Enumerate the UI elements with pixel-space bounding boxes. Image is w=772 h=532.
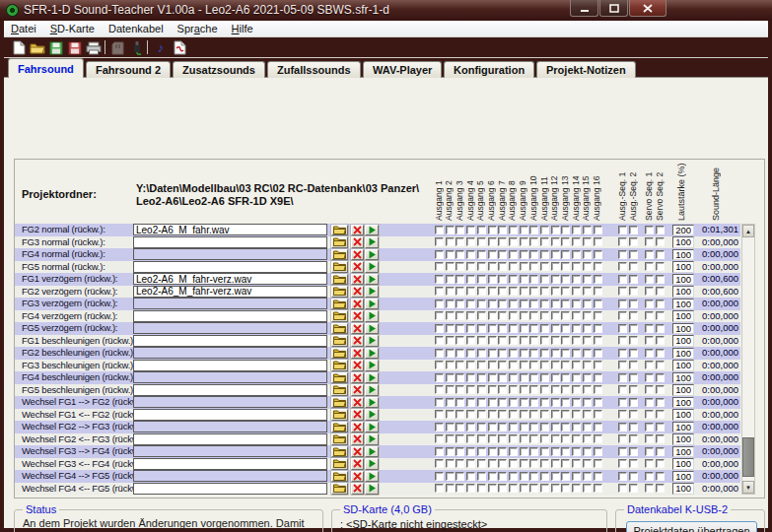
output-checkbox[interactable] <box>466 324 475 333</box>
browse-button[interactable] <box>331 225 348 236</box>
output-checkbox[interactable] <box>540 262 549 271</box>
play-button[interactable] <box>365 323 379 335</box>
volume-field[interactable] <box>672 310 694 322</box>
output-checkbox[interactable] <box>456 250 464 259</box>
output-checkbox[interactable] <box>551 299 560 308</box>
output-checkbox[interactable] <box>435 287 444 296</box>
output-checkbox[interactable] <box>446 336 455 345</box>
output-checkbox[interactable] <box>561 237 570 246</box>
output-checkbox[interactable] <box>488 226 497 234</box>
servo-seq-checkbox[interactable] <box>656 484 665 493</box>
output-checkbox[interactable] <box>466 459 475 468</box>
output-checkbox[interactable] <box>529 434 538 443</box>
servo-seq-checkbox[interactable] <box>656 287 665 296</box>
output-checkbox[interactable] <box>466 484 475 493</box>
output-checkbox[interactable] <box>583 226 592 234</box>
output-checkbox[interactable] <box>509 410 518 419</box>
output-checkbox[interactable] <box>572 324 581 333</box>
sound-file-field[interactable] <box>133 409 327 421</box>
play-button[interactable] <box>365 409 379 421</box>
ausg-seq-checkbox[interactable] <box>618 250 627 259</box>
servo-seq-checkbox[interactable] <box>656 447 665 456</box>
output-checkbox[interactable] <box>498 459 507 468</box>
play-button[interactable] <box>365 433 379 445</box>
browse-button[interactable] <box>331 236 348 248</box>
play-button[interactable] <box>365 360 379 371</box>
output-checkbox[interactable] <box>529 398 538 407</box>
output-checkbox[interactable] <box>498 275 507 284</box>
output-checkbox[interactable] <box>561 311 570 320</box>
output-checkbox[interactable] <box>551 237 560 246</box>
output-checkbox[interactable] <box>477 336 486 345</box>
clear-button[interactable] <box>351 409 364 421</box>
output-checkbox[interactable] <box>540 373 549 382</box>
output-checkbox[interactable] <box>529 287 538 296</box>
output-checkbox[interactable] <box>540 447 549 456</box>
play-button[interactable] <box>365 384 379 396</box>
output-checkbox[interactable] <box>488 410 497 419</box>
output-checkbox[interactable] <box>529 275 538 284</box>
clear-button[interactable] <box>351 335 364 347</box>
output-checkbox[interactable] <box>435 459 444 468</box>
output-checkbox[interactable] <box>540 410 549 419</box>
ausg-seq-checkbox[interactable] <box>618 262 627 271</box>
output-checkbox[interactable] <box>572 472 581 481</box>
sound-file-field[interactable] <box>133 384 327 396</box>
output-checkbox[interactable] <box>466 311 475 320</box>
output-checkbox[interactable] <box>477 324 486 333</box>
output-checkbox[interactable] <box>540 299 549 308</box>
output-checkbox[interactable] <box>488 287 497 296</box>
servo-seq-checkbox[interactable] <box>645 398 654 407</box>
output-checkbox[interactable] <box>435 299 444 308</box>
volume-field[interactable] <box>672 348 694 360</box>
output-checkbox[interactable] <box>583 324 592 333</box>
output-checkbox[interactable] <box>477 459 486 468</box>
output-checkbox[interactable] <box>561 447 570 456</box>
output-checkbox[interactable] <box>520 385 528 394</box>
output-checkbox[interactable] <box>477 250 486 259</box>
sound-file-field[interactable] <box>133 236 327 248</box>
menu-datenkabel[interactable]: Datenkabel <box>102 21 171 36</box>
output-checkbox[interactable] <box>529 299 538 308</box>
output-checkbox[interactable] <box>551 434 560 443</box>
servo-seq-checkbox[interactable] <box>656 423 665 432</box>
volume-field[interactable] <box>672 249 694 261</box>
browse-button[interactable] <box>331 274 348 286</box>
output-checkbox[interactable] <box>561 434 570 443</box>
output-checkbox[interactable] <box>583 410 592 419</box>
output-checkbox[interactable] <box>466 423 475 432</box>
volume-field[interactable] <box>672 236 694 248</box>
ausg-seq-checkbox[interactable] <box>629 410 638 419</box>
output-checkbox[interactable] <box>456 237 464 246</box>
output-checkbox[interactable] <box>551 324 560 333</box>
servo-seq-checkbox[interactable] <box>656 226 665 234</box>
output-checkbox[interactable] <box>456 275 464 284</box>
sound-file-field[interactable] <box>133 322 327 334</box>
menu-sd-karte[interactable]: SD-Karte <box>43 21 102 36</box>
servo-seq-checkbox[interactable] <box>645 237 654 246</box>
sound-file-field[interactable] <box>133 224 327 235</box>
output-checkbox[interactable] <box>435 410 444 419</box>
output-checkbox[interactable] <box>561 373 570 382</box>
ausg-seq-checkbox[interactable] <box>618 410 627 419</box>
servo-seq-checkbox[interactable] <box>645 361 654 369</box>
output-checkbox[interactable] <box>572 410 581 419</box>
output-checkbox[interactable] <box>540 472 549 481</box>
output-checkbox[interactable] <box>477 311 486 320</box>
output-checkbox[interactable] <box>466 250 475 259</box>
clear-button[interactable] <box>351 458 364 470</box>
sound-file-field[interactable] <box>133 433 327 445</box>
output-checkbox[interactable] <box>551 275 560 284</box>
output-checkbox[interactable] <box>488 250 497 259</box>
ausg-seq-checkbox[interactable] <box>629 434 638 443</box>
output-checkbox[interactable] <box>435 324 444 333</box>
ausg-seq-checkbox[interactable] <box>629 311 638 320</box>
play-button[interactable] <box>365 422 379 433</box>
output-checkbox[interactable] <box>583 434 592 443</box>
output-checkbox[interactable] <box>572 361 581 369</box>
output-checkbox[interactable] <box>540 226 549 234</box>
output-checkbox[interactable] <box>446 361 455 369</box>
browse-button[interactable] <box>331 433 348 445</box>
servo-seq-checkbox[interactable] <box>645 262 654 271</box>
output-checkbox[interactable] <box>456 361 464 369</box>
